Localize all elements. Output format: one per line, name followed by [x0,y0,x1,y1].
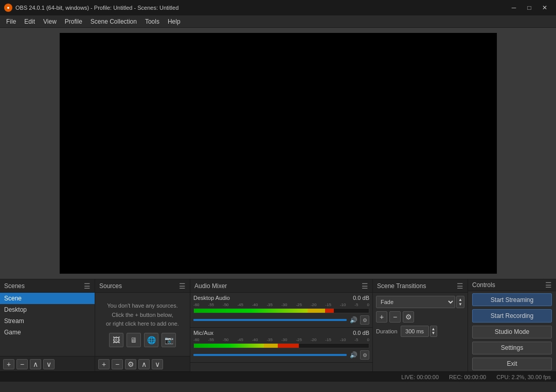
scene-item-game[interactable]: Game [0,327,95,338]
controls-panel-header: Controls ☰ [468,279,556,291]
mic-aux-controls: 🔊 ⚙ [193,350,369,360]
sources-add-button[interactable]: + [98,359,110,369]
transition-remove-button[interactable]: − [389,311,401,323]
bottom-panels: Scenes ☰ Scene Desktop Stream Game + − ∧… [0,279,556,371]
settings-button[interactable]: Settings [472,342,552,354]
desktop-audio-volume-slider[interactable] [193,319,347,321]
duration-input-wrap: ▲ ▼ [401,326,437,337]
desktop-audio-meter-bar [194,309,369,313]
start-recording-button[interactable]: Start Recording [472,309,552,322]
mic-aux-header: Mic/Aux 0.0 dB [193,330,369,336]
scenes-remove-button[interactable]: − [16,359,28,369]
mic-aux-slider-track [193,354,347,356]
transition-add-button[interactable]: + [376,311,387,323]
source-image-icon: 🖼 [109,333,123,347]
sources-settings-button[interactable]: ⚙ [125,359,136,369]
rec-status: REC: 00:00:00 [449,374,486,380]
desktop-audio-meter-yellow [308,309,325,313]
sources-remove-button[interactable]: − [112,359,123,369]
mic-aux-meter-green [194,344,264,348]
menu-view[interactable]: View [39,16,61,27]
sources-panel-footer: + − ⚙ ∧ ∨ [95,356,190,371]
preview-area [0,28,556,279]
studio-mode-button[interactable]: Studio Mode [472,326,552,338]
menu-file[interactable]: File [2,16,20,27]
scene-transitions-header: Scene Transitions ☰ [373,279,468,293]
menu-profile[interactable]: Profile [61,16,86,27]
desktop-audio-name: Desktop Audio [193,295,230,301]
source-globe-icon: 🌐 [144,333,158,347]
desktop-audio-mute-icon[interactable]: 🔊 [349,315,358,325]
mic-aux-mute-icon[interactable]: 🔊 [349,350,358,360]
mic-aux-meter-red [278,344,299,348]
controls-panel-menu-icon[interactable]: ☰ [545,281,552,289]
desktop-audio-settings-icon[interactable]: ⚙ [360,315,369,325]
scene-transitions-panel: Scene Transitions ☰ Fade Cut Swipe Slide… [373,279,468,371]
scene-item-desktop[interactable]: Desktop [0,304,95,315]
duration-input[interactable] [401,326,429,337]
desktop-audio-db: 0.0 dB [353,295,369,301]
scenes-panel-footer: + − ∧ ∨ [0,356,95,371]
mic-aux-channel: Mic/Aux 0.0 dB -60-55-50-45-40-35-30-25-… [190,328,372,363]
scenes-down-button[interactable]: ∨ [43,359,55,369]
desktop-audio-meter [193,308,369,313]
audio-mixer-menu-icon[interactable]: ☰ [362,282,368,290]
source-camera-icon: 📷 [162,333,176,347]
mic-aux-settings-icon[interactable]: ⚙ [360,350,369,360]
scenes-up-button[interactable]: ∧ [30,359,41,369]
sources-icon-row: 🖼 🖥 🌐 📷 [109,333,176,347]
desktop-audio-meter-labels: -60-55-50-45-40-35-30-25-20-15-10-50 [193,302,369,307]
exit-button[interactable]: Exit [472,358,552,370]
sources-down-button[interactable]: ∨ [152,359,163,369]
audio-mixer-header: Audio Mixer ☰ [190,279,372,293]
menu-scene-collection[interactable]: Scene Collection [86,16,141,27]
start-streaming-button[interactable]: Start Streaming [472,293,552,306]
audio-mixer-title: Audio Mixer [194,282,227,290]
scene-item-stream[interactable]: Stream [0,315,95,327]
transition-spin-button[interactable]: ▲▼ [456,296,464,308]
menu-help[interactable]: Help [164,16,185,27]
mic-aux-db: 0.0 dB [353,330,369,336]
duration-spin-button[interactable]: ▲ ▼ [430,326,437,337]
transition-dropdown[interactable]: Fade Cut Swipe Slide Stinger Fade to Col… [376,296,455,308]
menu-edit[interactable]: Edit [20,16,39,27]
live-status: LIVE: 00:00:00 [401,374,439,380]
desktop-audio-controls: 🔊 ⚙ [193,315,369,325]
menubar: File Edit View Profile Scene Collection … [0,15,556,28]
scene-transitions-title: Scene Transitions [377,282,426,290]
mic-aux-name: Mic/Aux [193,330,213,336]
scene-list: Scene Desktop Stream Game [0,293,95,356]
transition-controls: + − ⚙ [373,311,468,323]
sources-up-button[interactable]: ∧ [138,359,150,369]
sources-empty-text: You don't have any sources.Click the + b… [106,301,179,329]
close-button[interactable]: ✕ [537,3,552,13]
sources-panel: Sources ☰ You don't have any sources.Cli… [95,279,190,371]
desktop-audio-header: Desktop Audio 0.0 dB [193,295,369,301]
maximize-button[interactable]: □ [522,3,536,13]
scenes-panel: Scenes ☰ Scene Desktop Stream Game + − ∧… [0,279,95,371]
sources-empty-area[interactable]: You don't have any sources.Click the + b… [95,293,190,356]
sources-panel-menu-icon[interactable]: ☰ [179,282,186,290]
titlebar-left: ● OBS 24.0.1 (64-bit, windows) - Profile… [4,4,178,12]
titlebar: ● OBS 24.0.1 (64-bit, windows) - Profile… [0,0,556,15]
statusbar: LIVE: 00:00:00 REC: 00:00:00 CPU: 2.2%, … [0,371,556,382]
mic-aux-volume-slider[interactable] [193,354,347,356]
scene-transitions-menu-icon[interactable]: ☰ [457,282,463,290]
desktop-audio-meter-green [194,309,308,313]
mic-aux-meter [193,343,369,348]
scenes-panel-menu-icon[interactable]: ☰ [84,282,91,290]
desktop-audio-meter-red [325,309,334,313]
audio-mixer-panel: Audio Mixer ☰ Desktop Audio 0.0 dB -60-5… [190,279,373,371]
minimize-button[interactable]: ─ [507,3,521,13]
transition-settings-button[interactable]: ⚙ [403,311,414,323]
menu-tools[interactable]: Tools [141,16,164,27]
titlebar-controls: ─ □ ✕ [507,3,552,13]
controls-panel-title: Controls [472,281,495,289]
sources-panel-title: Sources [99,282,122,290]
obs-icon: ● [4,4,12,12]
desktop-audio-channel: Desktop Audio 0.0 dB -60-55-50-45-40-35-… [190,293,372,328]
scene-item-scene[interactable]: Scene [0,293,95,304]
scenes-add-button[interactable]: + [3,359,14,369]
duration-row: Duration ▲ ▼ [373,326,468,337]
duration-label: Duration [376,328,398,334]
